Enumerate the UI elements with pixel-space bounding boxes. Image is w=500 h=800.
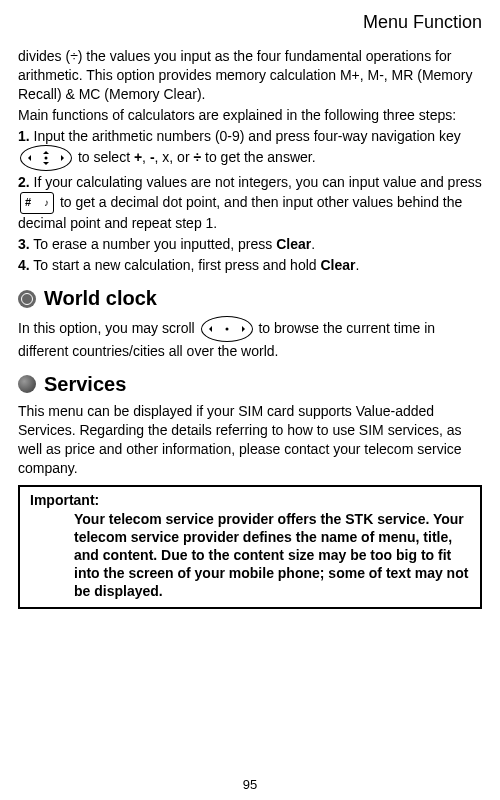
step-4-text-b: . (356, 257, 360, 273)
step-2-text-b: to get a decimal dot point, and then inp… (18, 194, 462, 231)
page-number: 95 (243, 777, 257, 792)
step-3-text-b: . (311, 236, 315, 252)
navigation-key-icon (20, 145, 72, 171)
services-paragraph: This menu can be displayed if your SIM c… (18, 402, 482, 478)
op-div: ÷ (193, 149, 201, 165)
step-4-clear: Clear (320, 257, 355, 273)
step-1-sep1: , (142, 149, 150, 165)
step-1: 1. Input the arithmetic numbers (0-9) an… (18, 127, 482, 172)
step-1-number: 1. (18, 128, 30, 144)
intro-section: divides (÷) the values you input as the … (18, 47, 482, 275)
world-clock-paragraph: In this option, you may scroll to browse… (18, 316, 482, 361)
scroll-key-icon (201, 316, 253, 342)
header-title: Menu Function (363, 12, 482, 32)
important-notice: Important: Your telecom service provider… (18, 485, 482, 608)
step-1-text-c: to select (74, 149, 134, 165)
step-1-text-e: , x, or (155, 149, 194, 165)
clock-icon (18, 290, 36, 308)
step-3-text-a: To erase a number you inputted, press (30, 236, 276, 252)
services-heading: Services (18, 373, 482, 396)
intro-paragraph-1: divides (÷) the values you input as the … (18, 47, 482, 104)
notice-body: Your telecom service provider offers the… (30, 510, 470, 601)
hash-key-icon: #♪ (20, 192, 54, 214)
services-title: Services (44, 373, 126, 396)
services-icon (18, 375, 36, 393)
step-3: 3. To erase a number you inputted, press… (18, 235, 482, 254)
step-4-text-a: To start a new calculation, first press … (30, 257, 321, 273)
intro-paragraph-2: Main functions of calculators are explai… (18, 106, 482, 125)
step-4-number: 4. (18, 257, 30, 273)
step-2-number: 2. (18, 174, 30, 190)
step-2-text-a: If your calculating values are not integ… (30, 174, 482, 190)
step-1-text-f: to get the answer. (201, 149, 315, 165)
step-4: 4. To start a new calculation, first pre… (18, 256, 482, 275)
page-header: Menu Function (18, 12, 482, 33)
step-3-clear: Clear (276, 236, 311, 252)
step-3-number: 3. (18, 236, 30, 252)
notice-label: Important: (30, 492, 99, 508)
wc-text-a: In this option, you may scroll (18, 320, 199, 336)
step-2: 2. If your calculating values are not in… (18, 173, 482, 233)
world-clock-heading: World clock (18, 287, 482, 310)
op-plus: + (134, 149, 142, 165)
step-1-text-a: Input the arithmetic numbers (0-9) and p… (30, 128, 461, 144)
services-section: This menu can be displayed if your SIM c… (18, 402, 482, 609)
world-clock-section: In this option, you may scroll to browse… (18, 316, 482, 361)
world-clock-title: World clock (44, 287, 157, 310)
